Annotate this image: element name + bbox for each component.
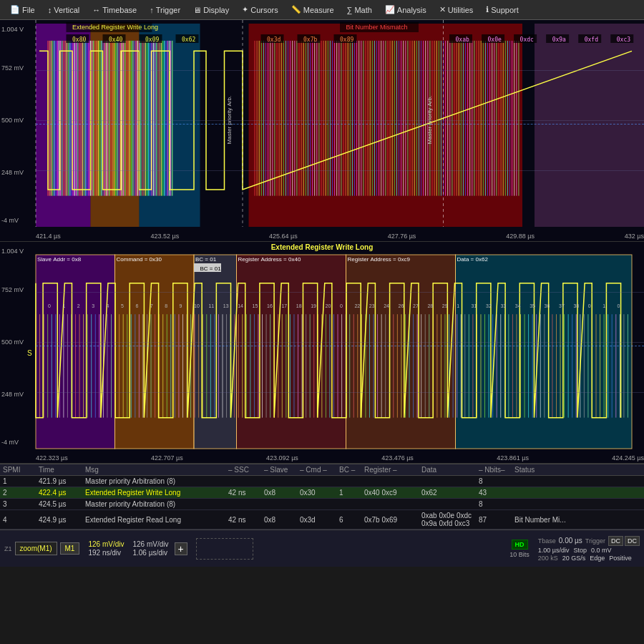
td-reg-2: 0x40 0xc9 [364,489,421,497]
tbase-section: Tbase 0.00 µs Trigger DC DC 1.00 µs/div … [538,536,640,562]
cursors-icon: ✦ [242,5,248,14]
td-nbits-1: 8 [479,477,514,485]
td-time-3: 424.5 µs [39,500,85,508]
menu-math[interactable]: ∑ Math [341,4,378,16]
tdiv2-value: 1.06 µs/div [132,549,168,557]
top-waveform-canvas [0,20,644,241]
trigger-dc-box: DC [608,536,623,546]
vdiv-section: 126 mV/div 192 ns/div [88,540,124,557]
td-cmd-2: 0x30 [300,489,339,497]
td-id-1: 1 [3,477,39,485]
th-ssc: – SSC [228,466,264,474]
th-register: Register – [364,466,421,474]
td-slave-4: 0x8 [264,516,300,524]
vdiv2-value: 192 ns/div [88,549,124,557]
tdiv-label: 1.00 µs/div [538,547,570,554]
vdiv1-value: 126 mV/div [88,540,124,548]
zoom-box: zoom(M1) [15,542,57,555]
waveform-top: 1.004 V 752 mV 500 mV 248 mV -4 mV 421.4… [0,20,644,242]
th-msg: Msg [85,466,228,474]
timebase-icon: ↔ [92,6,100,14]
menu-vertical[interactable]: ↕ Vertical [42,4,86,16]
td-status-4: Bit Number Mi... [514,516,572,524]
menu-measure[interactable]: 📏 Measure [286,4,340,16]
th-cmd: – Cmd – [300,466,339,474]
vertical-icon: ↕ [48,6,52,14]
support-icon: ℹ [486,5,489,14]
th-status: Status [514,466,572,474]
zoom-section: Z1 zoom(M1) M1 [4,542,79,555]
display-icon: 🖥 [193,6,201,14]
td-time-1: 421.9 µs [39,477,85,485]
th-spmi: SPMI [3,466,39,474]
td-cmd-4: 0x3d [300,516,339,524]
trigger-icon: ↑ [150,6,154,14]
menu-support[interactable]: ℹ Support [480,4,525,16]
th-data: Data [421,466,479,474]
trigger-badge: DC DC [608,536,640,546]
zoom-m1-label: zoom(M1) [20,545,52,552]
stop-label: Stop [574,547,587,554]
menu-timebase[interactable]: ↔ Timebase [87,4,142,16]
utilities-icon: ✕ [439,5,446,14]
td-id-2: 2 [3,489,39,497]
vdiv3-value: 126 mV/div [132,540,168,548]
right-status-section: HD 10 Bits Tbase 0.00 µs Trigger DC DC 1… [509,536,640,562]
td-msg-3: Master priority Arbitration (8) [85,500,228,508]
tdiv-section: 126 mV/div 1.06 µs/div [132,540,168,557]
menu-utilities[interactable]: ✕ Utilities [434,4,479,16]
trigger-ac-box: DC [625,536,640,546]
status-bar: Z1 zoom(M1) M1 126 mV/div 192 ns/div 126… [0,530,644,567]
table-row[interactable]: 3 424.5 µs Master priority Arbitration (… [0,499,644,510]
add-channel-button[interactable]: + [175,542,187,555]
trigger-val: 0.0 mV [591,547,612,554]
td-data-2: 0x62 [421,489,479,497]
bits-label: 10 Bits [509,551,530,558]
menu-file[interactable]: 📄 File [4,4,41,16]
menu-trigger[interactable]: ↑ Trigger [144,4,186,16]
menu-cursors[interactable]: ✦ Cursors [236,4,284,16]
td-ssc-2: 42 ns [228,489,264,497]
td-id-3: 3 [3,500,39,508]
th-nbits: – Nbits– [479,466,514,474]
positive-label: Positive [609,555,632,562]
table-row[interactable]: 2 422.4 µs Extended Register Write Long … [0,487,644,499]
th-time: Time [39,466,85,474]
table-row[interactable]: 1 421.9 µs Master priority Arbitration (… [0,476,644,487]
zoom-label: Z1 [4,545,12,552]
td-id-4: 4 [3,516,39,524]
td-ssc-4: 42 ns [228,516,264,524]
file-icon: 📄 [10,5,20,14]
menu-analysis[interactable]: 📈 Analysis [379,4,432,16]
trigger-label: Trigger [585,537,605,545]
td-bc-2: 1 [339,489,364,497]
edge-label: Edge [590,555,605,562]
td-time-4: 424.9 µs [39,516,85,524]
math-icon: ∑ [347,6,353,14]
td-msg-4: Extended Register Read Long [85,516,228,524]
tbase-val: 0.00 µs [559,537,582,545]
th-bc: BC – [339,466,364,474]
waveform-bottom: Extended Register Write Long 1.004 V 752… [0,242,644,464]
table-header: SPMI Time Msg – SSC – Slave – Cmd – BC –… [0,464,644,476]
td-reg-4: 0x7b 0x69 [364,516,421,524]
measure-icon: 📏 [291,5,301,14]
tbase-label: Tbase [538,537,556,545]
gs-label: 20 GS/s [562,555,586,562]
menu-display[interactable]: 🖥 Display [187,4,235,16]
th-slave: – Slave [264,466,300,474]
td-nbits-2: 43 [479,489,514,497]
td-nbits-3: 8 [479,500,514,508]
analysis-icon: 📈 [385,5,395,14]
td-msg-1: Master priority Arbitration (8) [85,477,228,485]
channel-box: M1 [60,542,80,555]
menubar: 📄 File ↕ Vertical ↔ Timebase ↑ Trigger 🖥… [0,0,644,20]
td-nbits-4: 87 [479,516,514,524]
table-row[interactable]: 4 424.9 µs Extended Register Read Long 4… [0,510,644,530]
bottom-waveform-canvas [0,242,644,463]
channel-placeholder [196,538,253,560]
td-slave-2: 0x8 [264,489,300,497]
td-bc-4: 6 [339,516,364,524]
channel-label: M1 [65,545,75,552]
td-msg-2: Extended Register Write Long [85,489,228,497]
